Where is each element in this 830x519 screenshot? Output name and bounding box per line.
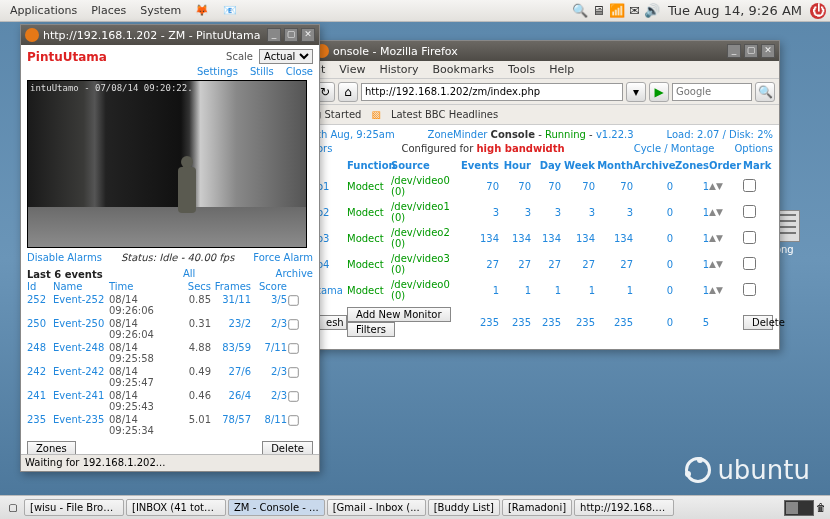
monitor-name-link[interactable]: o3: [317, 233, 347, 244]
taskbar-item[interactable]: http://192.168.1...: [574, 499, 674, 516]
events-count[interactable]: 3: [461, 207, 499, 218]
order-arrows[interactable]: ▲▼: [709, 259, 743, 269]
panel-launcher-icon[interactable]: 🦊: [189, 2, 215, 19]
monitor-source-link[interactable]: /dev/video0 (0): [391, 279, 461, 301]
panel-launcher-icon[interactable]: 📧: [217, 2, 243, 19]
mark-checkbox[interactable]: [743, 283, 756, 296]
event-mark-checkbox[interactable]: [288, 415, 298, 425]
monitor-name-link[interactable]: o1: [317, 181, 347, 192]
add-monitor-button[interactable]: Add New Monitor: [347, 307, 451, 322]
zm-version[interactable]: v1.22.3: [596, 129, 634, 140]
refresh-button[interactable]: esh: [317, 315, 347, 330]
event-score-link[interactable]: 2/3: [251, 366, 287, 388]
events-count[interactable]: 134: [461, 233, 499, 244]
mark-checkbox[interactable]: [743, 205, 756, 218]
monitor-source-link[interactable]: /dev/video3 (0): [391, 253, 461, 275]
monitor-name-link[interactable]: o4: [317, 259, 347, 270]
monitor-source-link[interactable]: /dev/video1 (0): [391, 201, 461, 223]
all-link[interactable]: All: [103, 268, 276, 279]
events-count[interactable]: 27: [461, 259, 499, 270]
event-frames-link[interactable]: 23/2: [211, 318, 251, 340]
event-name-link[interactable]: Event-235: [53, 414, 109, 436]
watch-titlebar[interactable]: http://192.168.1.202 - ZM - PintuUtama -…: [21, 25, 319, 45]
taskbar-item[interactable]: [wisu - File Brows...: [24, 499, 124, 516]
event-frames-link[interactable]: 31/11: [211, 294, 251, 316]
disable-alarms-link[interactable]: Disable Alarms: [27, 252, 102, 263]
archive-link[interactable]: Archive: [276, 268, 313, 279]
event-name-link[interactable]: Event-241: [53, 390, 109, 412]
event-score-link[interactable]: 2/3: [251, 390, 287, 412]
clock[interactable]: Tue Aug 14, 9:26 AM: [664, 3, 806, 18]
taskbar-item[interactable]: ZM - Console - ...: [228, 499, 325, 516]
menu-help[interactable]: Help: [543, 63, 580, 76]
events-count[interactable]: 70: [461, 181, 499, 192]
order-arrows[interactable]: ▲▼: [709, 285, 743, 295]
menu-history[interactable]: History: [373, 63, 424, 76]
go-button[interactable]: ▶: [649, 82, 669, 102]
tray-icon[interactable]: 📶: [609, 3, 625, 18]
monitor-function-link[interactable]: Modect: [347, 233, 391, 244]
monitor-function-link[interactable]: Modect: [347, 207, 391, 218]
bookmark-bbc[interactable]: Latest BBC Headlines: [391, 109, 498, 120]
event-frames-link[interactable]: 27/6: [211, 366, 251, 388]
menu-system[interactable]: System: [134, 2, 187, 19]
mark-checkbox[interactable]: [743, 257, 756, 270]
event-id-link[interactable]: 241: [27, 390, 53, 412]
taskbar-item[interactable]: [Gmail - Inbox (...: [327, 499, 426, 516]
menu-places[interactable]: Places: [85, 2, 132, 19]
monitor-function-link[interactable]: Modect: [347, 259, 391, 270]
minimize-button[interactable]: _: [267, 28, 281, 42]
order-arrows[interactable]: ▲▼: [709, 233, 743, 243]
show-desktop-icon[interactable]: ▢: [4, 502, 22, 513]
zm-cycle-link[interactable]: Cycle / Montage: [634, 143, 715, 154]
search-go-icon[interactable]: 🔍: [755, 82, 775, 102]
home-button[interactable]: ⌂: [338, 82, 358, 102]
monitor-name-link[interactable]: o2: [317, 207, 347, 218]
event-mark-checkbox[interactable]: [288, 343, 298, 353]
mark-checkbox[interactable]: [743, 231, 756, 244]
event-score-link[interactable]: 7/11: [251, 342, 287, 364]
monitor-name-link[interactable]: tama: [317, 285, 347, 296]
taskbar-item[interactable]: [Ramadoni]: [502, 499, 572, 516]
event-name-link[interactable]: Event-250: [53, 318, 109, 340]
filters-button[interactable]: Filters: [347, 322, 395, 337]
event-id-link[interactable]: 235: [27, 414, 53, 436]
power-button[interactable]: ⏻: [810, 3, 826, 19]
event-score-link[interactable]: 2/3: [251, 318, 287, 340]
monitor-source-link[interactable]: /dev/video0 (0): [391, 175, 461, 197]
console-titlebar[interactable]: onsole - Mozilla Firefox _ ▢ ✕: [311, 41, 779, 61]
tray-icon[interactable]: 🖥: [592, 3, 605, 18]
zm-bandwidth-link[interactable]: high bandwidth: [476, 143, 564, 154]
event-mark-checkbox[interactable]: [288, 391, 298, 401]
url-bar[interactable]: [361, 83, 623, 101]
event-frames-link[interactable]: 78/57: [211, 414, 251, 436]
mark-checkbox[interactable]: [743, 179, 756, 192]
stills-link[interactable]: Stills: [250, 66, 274, 77]
search-box[interactable]: [672, 83, 752, 101]
scale-select[interactable]: Actual: [259, 49, 313, 64]
close-button[interactable]: ✕: [761, 44, 775, 58]
event-name-link[interactable]: Event-242: [53, 366, 109, 388]
events-count[interactable]: 1: [461, 285, 499, 296]
menu-applications[interactable]: Applications: [4, 2, 83, 19]
event-id-link[interactable]: 248: [27, 342, 53, 364]
menu-tools[interactable]: Tools: [502, 63, 541, 76]
tray-icon[interactable]: 🔍: [572, 3, 588, 18]
monitor-source-link[interactable]: /dev/video2 (0): [391, 227, 461, 249]
event-score-link[interactable]: 3/5: [251, 294, 287, 316]
close-button[interactable]: ✕: [301, 28, 315, 42]
event-frames-link[interactable]: 26/4: [211, 390, 251, 412]
event-mark-checkbox[interactable]: [288, 295, 298, 305]
settings-link[interactable]: Settings: [197, 66, 238, 77]
event-name-link[interactable]: Event-248: [53, 342, 109, 364]
order-arrows[interactable]: ▲▼: [709, 181, 743, 191]
tray-icon[interactable]: ✉: [629, 3, 640, 18]
event-score-link[interactable]: 8/11: [251, 414, 287, 436]
event-mark-checkbox[interactable]: [288, 367, 298, 377]
menu-bookmarks[interactable]: Bookmarks: [427, 63, 500, 76]
close-link[interactable]: Close: [286, 66, 313, 77]
bookmark-getting-started[interactable]: g Started: [315, 109, 361, 120]
minimize-button[interactable]: _: [727, 44, 741, 58]
event-frames-link[interactable]: 83/59: [211, 342, 251, 364]
delete-button[interactable]: Delete: [743, 315, 773, 330]
